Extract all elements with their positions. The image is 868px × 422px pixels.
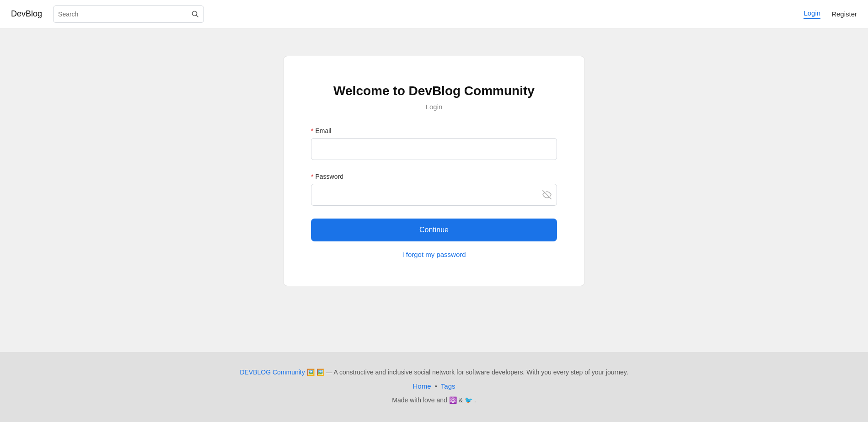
- eye-off-icon: [542, 190, 552, 199]
- forgot-password-link[interactable]: I forgot my password: [311, 251, 557, 258]
- logo[interactable]: DevBlog: [11, 9, 42, 19]
- footer-period: .: [474, 396, 476, 404]
- search-wrapper: [53, 5, 204, 23]
- toggle-password-button[interactable]: [542, 190, 552, 199]
- search-input[interactable]: [58, 11, 188, 18]
- email-label: * Email: [311, 127, 557, 134]
- header: DevBlog Login Register: [0, 0, 868, 28]
- footer-nav-line: Home • Tags: [9, 382, 859, 390]
- login-subtitle: Login: [311, 103, 557, 111]
- search-button[interactable]: [192, 11, 199, 18]
- search-icon: [192, 11, 199, 18]
- footer-dot: •: [435, 382, 437, 390]
- page-title: Welcome to DevBlog Community: [311, 84, 557, 98]
- email-field[interactable]: [311, 138, 557, 160]
- main-content: Welcome to DevBlog Community Login * Ema…: [0, 28, 868, 352]
- footer-nav-home[interactable]: Home: [413, 382, 431, 390]
- password-required-star: *: [311, 173, 313, 180]
- email-required-star: *: [311, 127, 313, 134]
- password-label: * Password: [311, 173, 557, 180]
- password-group: * Password: [311, 173, 557, 206]
- footer-made-with: Made with love and: [392, 396, 447, 404]
- header-nav: Login Register: [804, 9, 857, 19]
- footer-brand-description: — A constructive and inclusive social ne…: [326, 369, 628, 376]
- nav-login[interactable]: Login: [804, 9, 820, 19]
- footer-brand-link[interactable]: DEVBLOG Community: [240, 369, 305, 376]
- footer-ampersand: &: [459, 396, 463, 404]
- password-wrapper: [311, 184, 557, 206]
- password-field[interactable]: [311, 184, 557, 206]
- login-card: Welcome to DevBlog Community Login * Ema…: [283, 56, 585, 286]
- footer-nav-tags[interactable]: Tags: [441, 382, 455, 390]
- continue-button[interactable]: Continue: [311, 219, 557, 241]
- footer: DEVBLOG Community 🖼️ 🖼️ — A constructive…: [0, 352, 868, 422]
- login-form: * Email * Password: [311, 127, 557, 251]
- svg-line-1: [197, 15, 198, 17]
- nav-register[interactable]: Register: [831, 10, 857, 18]
- footer-made-line: Made with love and ⚛️ & 🐦 .: [9, 396, 859, 404]
- footer-brand-line: DEVBLOG Community 🖼️ 🖼️ — A constructive…: [9, 369, 859, 376]
- email-group: * Email: [311, 127, 557, 160]
